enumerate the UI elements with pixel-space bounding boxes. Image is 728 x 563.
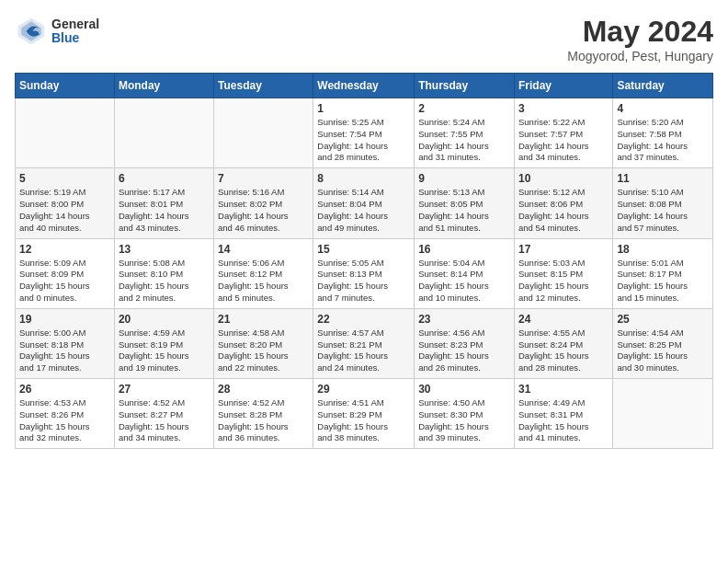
location-title: Mogyorod, Pest, Hungary bbox=[567, 49, 713, 63]
day-info: Sunrise: 5:24 AM Sunset: 7:55 PM Dayligh… bbox=[418, 117, 510, 164]
calendar-cell: 22Sunrise: 4:57 AM Sunset: 8:21 PM Dayli… bbox=[313, 308, 415, 378]
weekday-header-thursday: Thursday bbox=[415, 74, 515, 98]
day-info: Sunrise: 5:08 AM Sunset: 8:10 PM Dayligh… bbox=[119, 258, 210, 304]
calendar-cell: 31Sunrise: 4:49 AM Sunset: 8:31 PM Dayli… bbox=[514, 379, 612, 449]
day-info: Sunrise: 5:25 AM Sunset: 7:54 PM Dayligh… bbox=[317, 117, 410, 164]
day-info: Sunrise: 4:56 AM Sunset: 8:23 PM Dayligh… bbox=[418, 327, 510, 374]
calendar-week-row: 1Sunrise: 5:25 AM Sunset: 7:54 PM Daylig… bbox=[16, 98, 713, 168]
day-info: Sunrise: 5:06 AM Sunset: 8:12 PM Dayligh… bbox=[218, 258, 309, 304]
weekday-header-wednesday: Wednesday bbox=[313, 74, 415, 98]
calendar-cell: 24Sunrise: 4:55 AM Sunset: 8:24 PM Dayli… bbox=[514, 308, 612, 378]
calendar-cell: 5Sunrise: 5:19 AM Sunset: 8:00 PM Daylig… bbox=[16, 168, 115, 238]
day-number: 15 bbox=[317, 243, 410, 256]
calendar-cell: 20Sunrise: 4:59 AM Sunset: 8:19 PM Dayli… bbox=[114, 308, 213, 378]
day-info: Sunrise: 4:57 AM Sunset: 8:21 PM Dayligh… bbox=[317, 327, 410, 374]
day-number: 2 bbox=[418, 102, 510, 115]
day-number: 31 bbox=[518, 383, 609, 396]
day-info: Sunrise: 4:58 AM Sunset: 8:20 PM Dayligh… bbox=[218, 327, 309, 374]
calendar-cell: 25Sunrise: 4:54 AM Sunset: 8:25 PM Dayli… bbox=[613, 308, 713, 378]
calendar-week-row: 5Sunrise: 5:19 AM Sunset: 8:00 PM Daylig… bbox=[16, 168, 713, 238]
day-info: Sunrise: 5:19 AM Sunset: 8:00 PM Dayligh… bbox=[19, 187, 110, 234]
weekday-header-friday: Friday bbox=[514, 74, 612, 98]
day-info: Sunrise: 5:14 AM Sunset: 8:04 PM Dayligh… bbox=[317, 187, 410, 234]
day-number: 28 bbox=[218, 383, 309, 396]
day-number: 12 bbox=[19, 243, 110, 256]
calendar-cell: 16Sunrise: 5:04 AM Sunset: 8:14 PM Dayli… bbox=[415, 238, 515, 308]
logo-text: General Blue bbox=[51, 17, 99, 46]
calendar-week-row: 19Sunrise: 5:00 AM Sunset: 8:18 PM Dayli… bbox=[16, 308, 713, 378]
day-number: 11 bbox=[617, 172, 709, 185]
weekday-header-monday: Monday bbox=[114, 74, 213, 98]
calendar-cell: 26Sunrise: 4:53 AM Sunset: 8:26 PM Dayli… bbox=[16, 379, 115, 449]
day-number: 29 bbox=[317, 383, 410, 396]
day-number: 25 bbox=[617, 313, 709, 326]
calendar-cell: 8Sunrise: 5:14 AM Sunset: 8:04 PM Daylig… bbox=[313, 168, 415, 238]
logo-blue-text: Blue bbox=[51, 31, 99, 45]
weekday-header-saturday: Saturday bbox=[613, 74, 713, 98]
logo-icon bbox=[15, 15, 48, 48]
day-number: 13 bbox=[119, 243, 210, 256]
calendar-cell: 15Sunrise: 5:05 AM Sunset: 8:13 PM Dayli… bbox=[313, 238, 415, 308]
day-info: Sunrise: 5:10 AM Sunset: 8:08 PM Dayligh… bbox=[617, 187, 709, 234]
day-info: Sunrise: 5:01 AM Sunset: 8:17 PM Dayligh… bbox=[617, 258, 709, 304]
day-info: Sunrise: 4:53 AM Sunset: 8:26 PM Dayligh… bbox=[19, 397, 110, 444]
day-number: 1 bbox=[317, 102, 410, 115]
calendar-cell: 14Sunrise: 5:06 AM Sunset: 8:12 PM Dayli… bbox=[214, 238, 313, 308]
day-number: 24 bbox=[518, 313, 609, 326]
day-number: 9 bbox=[418, 172, 510, 185]
calendar-cell: 27Sunrise: 4:52 AM Sunset: 8:27 PM Dayli… bbox=[114, 379, 213, 449]
day-info: Sunrise: 4:52 AM Sunset: 8:27 PM Dayligh… bbox=[119, 397, 210, 444]
day-number: 7 bbox=[218, 172, 309, 185]
calendar-cell: 7Sunrise: 5:16 AM Sunset: 8:02 PM Daylig… bbox=[214, 168, 313, 238]
day-info: Sunrise: 5:16 AM Sunset: 8:02 PM Dayligh… bbox=[218, 187, 309, 234]
day-info: Sunrise: 5:13 AM Sunset: 8:05 PM Dayligh… bbox=[418, 187, 510, 234]
logo-general-text: General bbox=[51, 17, 99, 31]
logo: General Blue bbox=[15, 15, 99, 48]
day-number: 22 bbox=[317, 313, 410, 326]
calendar-cell bbox=[613, 379, 713, 449]
day-info: Sunrise: 5:20 AM Sunset: 7:58 PM Dayligh… bbox=[617, 117, 709, 164]
day-number: 14 bbox=[218, 243, 309, 256]
calendar-cell: 13Sunrise: 5:08 AM Sunset: 8:10 PM Dayli… bbox=[114, 238, 213, 308]
calendar-cell bbox=[16, 98, 115, 168]
day-info: Sunrise: 4:50 AM Sunset: 8:30 PM Dayligh… bbox=[418, 397, 510, 444]
day-number: 4 bbox=[617, 102, 709, 115]
calendar-cell: 21Sunrise: 4:58 AM Sunset: 8:20 PM Dayli… bbox=[214, 308, 313, 378]
weekday-header-row: SundayMondayTuesdayWednesdayThursdayFrid… bbox=[16, 74, 713, 98]
calendar-table: SundayMondayTuesdayWednesdayThursdayFrid… bbox=[15, 73, 713, 449]
day-info: Sunrise: 4:51 AM Sunset: 8:29 PM Dayligh… bbox=[317, 397, 410, 444]
calendar-cell: 10Sunrise: 5:12 AM Sunset: 8:06 PM Dayli… bbox=[514, 168, 612, 238]
day-number: 3 bbox=[518, 102, 609, 115]
calendar-cell: 12Sunrise: 5:09 AM Sunset: 8:09 PM Dayli… bbox=[16, 238, 115, 308]
calendar-week-row: 12Sunrise: 5:09 AM Sunset: 8:09 PM Dayli… bbox=[16, 238, 713, 308]
day-info: Sunrise: 4:49 AM Sunset: 8:31 PM Dayligh… bbox=[518, 397, 609, 444]
day-number: 19 bbox=[19, 313, 110, 326]
day-info: Sunrise: 4:54 AM Sunset: 8:25 PM Dayligh… bbox=[617, 327, 709, 374]
day-number: 20 bbox=[119, 313, 210, 326]
calendar-cell: 11Sunrise: 5:10 AM Sunset: 8:08 PM Dayli… bbox=[613, 168, 713, 238]
day-info: Sunrise: 4:55 AM Sunset: 8:24 PM Dayligh… bbox=[518, 327, 609, 374]
day-number: 17 bbox=[518, 243, 609, 256]
day-info: Sunrise: 5:05 AM Sunset: 8:13 PM Dayligh… bbox=[317, 258, 410, 304]
calendar-cell: 23Sunrise: 4:56 AM Sunset: 8:23 PM Dayli… bbox=[415, 308, 515, 378]
calendar-cell: 1Sunrise: 5:25 AM Sunset: 7:54 PM Daylig… bbox=[313, 98, 415, 168]
day-number: 21 bbox=[218, 313, 309, 326]
day-number: 5 bbox=[19, 172, 110, 185]
calendar-cell: 18Sunrise: 5:01 AM Sunset: 8:17 PM Dayli… bbox=[613, 238, 713, 308]
day-info: Sunrise: 4:59 AM Sunset: 8:19 PM Dayligh… bbox=[119, 327, 210, 374]
calendar-cell: 28Sunrise: 4:52 AM Sunset: 8:28 PM Dayli… bbox=[214, 379, 313, 449]
calendar-cell: 4Sunrise: 5:20 AM Sunset: 7:58 PM Daylig… bbox=[613, 98, 713, 168]
day-number: 18 bbox=[617, 243, 709, 256]
page-header: General Blue May 2024 Mogyorod, Pest, Hu… bbox=[15, 15, 713, 63]
calendar-cell: 9Sunrise: 5:13 AM Sunset: 8:05 PM Daylig… bbox=[415, 168, 515, 238]
day-number: 16 bbox=[418, 243, 510, 256]
day-info: Sunrise: 5:03 AM Sunset: 8:15 PM Dayligh… bbox=[518, 258, 609, 304]
title-area: May 2024 Mogyorod, Pest, Hungary bbox=[567, 15, 713, 63]
day-info: Sunrise: 4:52 AM Sunset: 8:28 PM Dayligh… bbox=[218, 397, 309, 444]
calendar-cell: 2Sunrise: 5:24 AM Sunset: 7:55 PM Daylig… bbox=[415, 98, 515, 168]
calendar-week-row: 26Sunrise: 4:53 AM Sunset: 8:26 PM Dayli… bbox=[16, 379, 713, 449]
calendar-cell: 30Sunrise: 4:50 AM Sunset: 8:30 PM Dayli… bbox=[415, 379, 515, 449]
day-number: 26 bbox=[19, 383, 110, 396]
day-info: Sunrise: 5:12 AM Sunset: 8:06 PM Dayligh… bbox=[518, 187, 609, 234]
calendar-cell: 6Sunrise: 5:17 AM Sunset: 8:01 PM Daylig… bbox=[114, 168, 213, 238]
